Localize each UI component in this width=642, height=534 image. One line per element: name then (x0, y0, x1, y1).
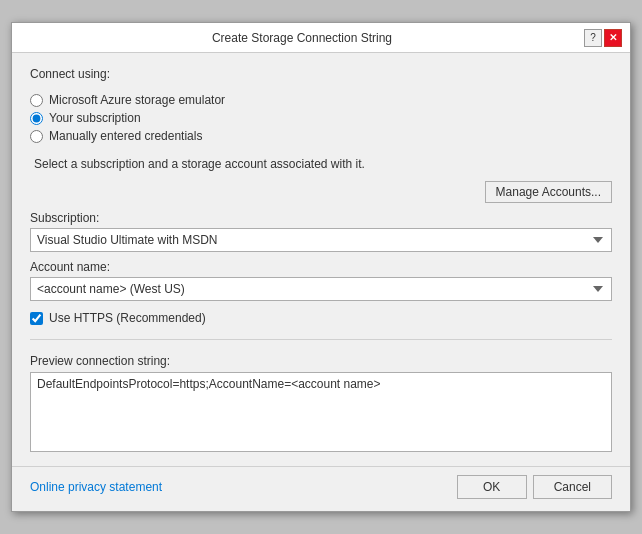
preview-section: Preview connection string: (30, 354, 612, 452)
preview-label: Preview connection string: (30, 354, 612, 368)
radio-subscription[interactable]: Your subscription (30, 111, 612, 125)
manage-accounts-row: Manage Accounts... (30, 181, 612, 203)
title-bar-buttons: ? ✕ (584, 29, 622, 47)
subscription-group: Subscription: Visual Studio Ultimate wit… (30, 211, 612, 252)
radio-manual[interactable]: Manually entered credentials (30, 129, 612, 143)
connect-using-label: Connect using: (30, 67, 612, 81)
dialog: Create Storage Connection String ? ✕ Con… (11, 22, 631, 512)
description-text: Select a subscription and a storage acco… (34, 157, 612, 171)
footer-buttons: OK Cancel (457, 475, 612, 499)
close-button[interactable]: ✕ (604, 29, 622, 47)
account-name-dropdown[interactable]: <account name> (West US) (30, 277, 612, 301)
preview-textarea[interactable] (30, 372, 612, 452)
radio-manual-label: Manually entered credentials (49, 129, 202, 143)
privacy-link[interactable]: Online privacy statement (30, 480, 162, 494)
radio-emulator[interactable]: Microsoft Azure storage emulator (30, 93, 612, 107)
radio-group: Microsoft Azure storage emulator Your su… (30, 93, 612, 143)
ok-button[interactable]: OK (457, 475, 527, 499)
divider (30, 339, 612, 340)
account-name-group: Account name: <account name> (West US) (30, 260, 612, 301)
account-name-label: Account name: (30, 260, 612, 274)
manage-accounts-button[interactable]: Manage Accounts... (485, 181, 612, 203)
dialog-footer: Online privacy statement OK Cancel (12, 466, 630, 511)
radio-subscription-label: Your subscription (49, 111, 141, 125)
help-button[interactable]: ? (584, 29, 602, 47)
radio-manual-input[interactable] (30, 130, 43, 143)
radio-emulator-label: Microsoft Azure storage emulator (49, 93, 225, 107)
https-checkbox[interactable] (30, 312, 43, 325)
title-bar: Create Storage Connection String ? ✕ (12, 23, 630, 53)
https-label: Use HTTPS (Recommended) (49, 311, 206, 325)
title-text: Create Storage Connection String (20, 31, 584, 45)
https-row: Use HTTPS (Recommended) (30, 311, 612, 325)
cancel-button[interactable]: Cancel (533, 475, 612, 499)
subscription-dropdown[interactable]: Visual Studio Ultimate with MSDN (30, 228, 612, 252)
radio-subscription-input[interactable] (30, 112, 43, 125)
subscription-label: Subscription: (30, 211, 612, 225)
dialog-body: Connect using: Microsoft Azure storage e… (12, 53, 630, 462)
radio-emulator-input[interactable] (30, 94, 43, 107)
